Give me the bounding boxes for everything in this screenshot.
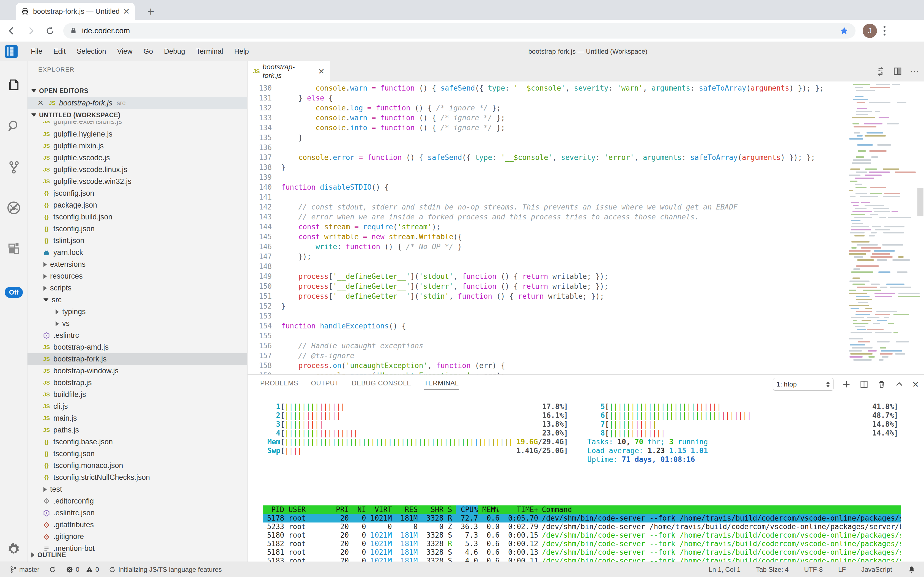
menu-view[interactable]: View bbox=[112, 47, 138, 56]
status-javascript[interactable]: JavaScript bbox=[861, 566, 892, 574]
workspace-header[interactable]: UNTITLED (WORKSPACE) bbox=[27, 109, 247, 121]
tree-item-tslint-json[interactable]: {}tslint.json bbox=[27, 235, 247, 247]
menu-debug[interactable]: Debug bbox=[158, 47, 191, 56]
new-terminal-icon[interactable] bbox=[842, 380, 851, 389]
back-icon[interactable] bbox=[4, 23, 19, 39]
kill-terminal-icon[interactable] bbox=[877, 380, 886, 389]
editor-scrollbar[interactable] bbox=[918, 188, 924, 216]
more-actions-icon[interactable]: ⋯ bbox=[910, 66, 919, 77]
tree-item--editorconfig[interactable]: ⚙.editorconfig bbox=[27, 495, 247, 507]
tree-item-tsconfig-json[interactable]: {}tsconfig.json bbox=[27, 223, 247, 235]
status-ln-1-col-1[interactable]: Ln 1, Col 1 bbox=[709, 566, 741, 574]
tree-item-bootstrap-fork-js[interactable]: JSbootstrap-fork.js bbox=[27, 353, 247, 365]
process-row[interactable]: 5233root200000Z36.30.00:02.79/dev/shm/bi… bbox=[263, 522, 901, 531]
sync-button[interactable] bbox=[49, 566, 56, 574]
tab-close-icon[interactable]: ✕ bbox=[123, 6, 130, 16]
panel-tab-terminal[interactable]: TERMINAL bbox=[424, 379, 459, 390]
process-row[interactable]: 5181root2001021M181M3328S4.60.60:00.13/d… bbox=[263, 548, 901, 557]
tree-item-bootstrap-window-js[interactable]: JSbootstrap-window.js bbox=[27, 365, 247, 377]
tree-item--eslintrc-json[interactable]: .eslintrc.json bbox=[27, 507, 247, 519]
debug-icon[interactable] bbox=[0, 200, 27, 216]
split-terminal-icon[interactable] bbox=[859, 380, 869, 389]
tree-item-gulpfile-hygiene-js[interactable]: JSgulpfile.hygiene.js bbox=[27, 128, 247, 140]
tree-item-bootstrap-amd-js[interactable]: JSbootstrap-amd.js bbox=[27, 342, 247, 353]
tree-item-vs[interactable]: vs bbox=[27, 318, 247, 329]
terminal-select[interactable]: 1: htop bbox=[773, 378, 834, 391]
reload-icon[interactable] bbox=[42, 23, 58, 39]
tree-item-tsconfig-base-json[interactable]: {}tsconfig.base.json bbox=[27, 436, 247, 448]
tree-item-src[interactable]: src bbox=[27, 294, 247, 306]
status-tab-size-4[interactable]: Tab Size: 4 bbox=[756, 566, 789, 574]
tree-item-scripts[interactable]: scripts bbox=[27, 282, 247, 294]
menu-selection[interactable]: Selection bbox=[71, 47, 112, 56]
tree-item-typings[interactable]: typings bbox=[27, 306, 247, 318]
process-row[interactable]: 5182root2001021M181M3328R5.30.60:00.12/d… bbox=[263, 540, 901, 548]
tree-item-buildfile-js[interactable]: JSbuildfile.js bbox=[27, 389, 247, 401]
menu-terminal[interactable]: Terminal bbox=[191, 47, 228, 56]
editor-tab[interactable]: JS bootstrap-fork.js ✕ bbox=[247, 61, 330, 82]
tree-item-gulpfile-mixin-js[interactable]: JSgulpfile.mixin.js bbox=[27, 140, 247, 152]
tree-item-main-js[interactable]: JSmain.js bbox=[27, 413, 247, 424]
tree-item-package-json[interactable]: {}package.json bbox=[27, 199, 247, 211]
tree-item-jsconfig-json[interactable]: {}jsconfig.json bbox=[27, 187, 247, 199]
bell-icon[interactable] bbox=[908, 566, 916, 574]
browser-tab[interactable]: bootstrap-fork.js — Untitled (V ✕ bbox=[16, 3, 135, 20]
language-status[interactable]: Initializing JS/TS language features bbox=[108, 566, 222, 574]
tree-item-cli-js[interactable]: JScli.js bbox=[27, 401, 247, 413]
menu-help[interactable]: Help bbox=[228, 47, 254, 56]
extensions-icon[interactable] bbox=[0, 242, 27, 256]
explorer-icon[interactable] bbox=[0, 77, 27, 92]
status-lf[interactable]: LF bbox=[838, 566, 846, 574]
tree-item-gulpfile-extensions-js[interactable]: JSgulpfile.extensions.js bbox=[27, 121, 247, 127]
browser-menu-icon[interactable] bbox=[884, 26, 885, 35]
panel-tab-output[interactable]: OUTPUT bbox=[311, 379, 339, 390]
process-row[interactable]: 5180root2001021M181M3328S7.30.60:00.15/d… bbox=[263, 531, 901, 540]
menu-go[interactable]: Go bbox=[138, 47, 159, 56]
tree-item-tsconfig-json[interactable]: {}tsconfig.json bbox=[27, 448, 247, 460]
tree-item-paths-js[interactable]: JSpaths.js bbox=[27, 424, 247, 436]
tree-item-test[interactable]: test bbox=[27, 484, 247, 495]
branch-indicator[interactable]: master bbox=[10, 566, 39, 574]
panel-tab-problems[interactable]: PROBLEMS bbox=[260, 379, 298, 390]
open-editors-header[interactable]: OPEN EDITORS bbox=[27, 85, 247, 97]
bookmark-star-icon[interactable] bbox=[840, 26, 849, 35]
search-icon[interactable] bbox=[0, 119, 27, 133]
problems-indicator[interactable]: 0 0 bbox=[66, 566, 99, 574]
tree-item--eslintrc[interactable]: .eslintrc bbox=[27, 329, 247, 342]
tree-item-resources[interactable]: resources bbox=[27, 270, 247, 282]
source-control-icon[interactable] bbox=[0, 160, 27, 174]
panel-tab-debug-console[interactable]: DEBUG CONSOLE bbox=[352, 379, 411, 390]
close-panel-icon[interactable]: ✕ bbox=[912, 380, 919, 389]
tree-item-yarn-lock[interactable]: yarn.lock bbox=[27, 247, 247, 258]
tree-item-tsconfig-monaco-json[interactable]: {}tsconfig.monaco.json bbox=[27, 460, 247, 472]
terminal[interactable]: 1[||||||||||||||17.8%]2[|||||||||||||16.… bbox=[263, 402, 912, 562]
forward-icon[interactable] bbox=[23, 23, 39, 39]
minimap[interactable] bbox=[847, 82, 916, 374]
off-badge[interactable]: Off bbox=[0, 287, 27, 298]
close-icon[interactable]: ✕ bbox=[37, 98, 44, 107]
split-editor-icon[interactable] bbox=[893, 66, 903, 76]
tree-item-tsconfig-build-json[interactable]: {}tsconfig.build.json bbox=[27, 211, 247, 223]
url-bar[interactable]: ide.coder.com bbox=[63, 23, 855, 39]
tree-item--gitignore[interactable]: .gitignore bbox=[27, 531, 247, 543]
tree-item-gulpfile-vscode-js[interactable]: JSgulpfile.vscode.js bbox=[27, 152, 247, 164]
menu-edit[interactable]: Edit bbox=[48, 47, 71, 56]
process-row[interactable]: 5178root2001021M181M3328R72.70.60:05.70/… bbox=[263, 514, 901, 522]
tree-item-gulpfile-vscode-win32-js[interactable]: JSgulpfile.vscode.win32.js bbox=[27, 176, 247, 187]
menu-file[interactable]: File bbox=[25, 47, 48, 56]
status-utf-8[interactable]: UTF-8 bbox=[804, 566, 823, 574]
outline-header[interactable]: OUTLINE bbox=[27, 549, 247, 561]
open-editor-item[interactable]: ✕ JS bootstrap-fork.js src bbox=[27, 97, 247, 109]
code-editor[interactable]: 130 console.warn = function () { safeSen… bbox=[247, 82, 924, 374]
avatar[interactable]: J bbox=[863, 24, 877, 38]
new-tab-button[interactable]: + bbox=[143, 4, 158, 19]
tree-item-extensions[interactable]: extensions bbox=[27, 258, 247, 270]
settings-gear-icon[interactable] bbox=[0, 542, 27, 557]
tree-item-gulpfile-vscode-linux-js[interactable]: JSgulpfile.vscode.linux.js bbox=[27, 164, 247, 176]
tree-item-bootstrap-js[interactable]: JSbootstrap.js bbox=[27, 377, 247, 389]
tab-close-icon[interactable]: ✕ bbox=[318, 67, 325, 76]
sync-editors-icon[interactable] bbox=[875, 66, 885, 77]
tree-item--gitattributes[interactable]: .gitattributes bbox=[27, 519, 247, 531]
maximize-panel-icon[interactable] bbox=[895, 380, 904, 389]
tree-item-tsconfig-strictnullchecks-json[interactable]: {}tsconfig.strictNullChecks.json bbox=[27, 472, 247, 484]
